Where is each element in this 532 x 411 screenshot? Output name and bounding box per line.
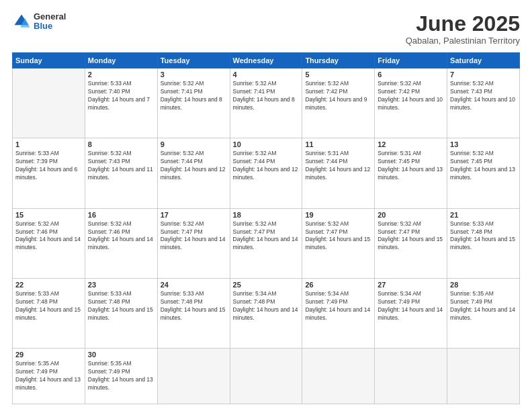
- col-thursday: Thursday: [302, 53, 375, 68]
- col-saturday: Saturday: [447, 53, 520, 68]
- table-row: 5Sunrise: 5:32 AMSunset: 7:42 PMDaylight…: [302, 68, 375, 138]
- col-friday: Friday: [375, 53, 447, 68]
- table-row: 2Sunrise: 5:33 AMSunset: 7:40 PMDaylight…: [85, 68, 157, 138]
- calendar-table: Sunday Monday Tuesday Wednesday Thursday…: [12, 52, 520, 404]
- day-number: 12: [378, 140, 444, 148]
- day-info: Sunrise: 5:33 AMSunset: 7:48 PMDaylight:…: [88, 290, 153, 321]
- table-row: [302, 349, 375, 404]
- title-month: June 2025: [406, 12, 520, 36]
- day-number: 30: [88, 351, 154, 359]
- day-number: 24: [161, 281, 227, 289]
- table-row: 25Sunrise: 5:34 AMSunset: 7:48 PMDayligh…: [230, 278, 302, 348]
- day-number: 20: [378, 211, 444, 219]
- table-row: 24Sunrise: 5:33 AMSunset: 7:48 PMDayligh…: [157, 278, 230, 348]
- table-row: 9Sunrise: 5:32 AMSunset: 7:44 PMDaylight…: [157, 138, 230, 208]
- table-row: 23Sunrise: 5:33 AMSunset: 7:48 PMDayligh…: [85, 278, 157, 348]
- day-info: Sunrise: 5:33 AMSunset: 7:48 PMDaylight:…: [15, 290, 81, 321]
- table-row: [230, 349, 302, 404]
- day-number: 17: [161, 211, 227, 219]
- day-info: Sunrise: 5:32 AMSunset: 7:43 PMDaylight:…: [450, 80, 515, 111]
- col-wednesday: Wednesday: [230, 53, 302, 68]
- table-row: 22Sunrise: 5:33 AMSunset: 7:48 PMDayligh…: [13, 278, 85, 348]
- day-info: Sunrise: 5:32 AMSunset: 7:42 PMDaylight:…: [378, 80, 443, 111]
- day-number: 16: [88, 211, 154, 219]
- logo-blue-text: Blue: [34, 21, 66, 31]
- title-location: Qabalan, Palestinian Territory: [406, 36, 520, 46]
- day-info: Sunrise: 5:32 AMSunset: 7:42 PMDaylight:…: [305, 80, 367, 111]
- day-info: Sunrise: 5:34 AMSunset: 7:49 PMDaylight:…: [305, 290, 370, 321]
- table-row: 27Sunrise: 5:34 AMSunset: 7:49 PMDayligh…: [375, 278, 447, 348]
- table-row: 13Sunrise: 5:32 AMSunset: 7:45 PMDayligh…: [447, 138, 520, 208]
- table-row: [13, 68, 85, 138]
- table-row: 15Sunrise: 5:32 AMSunset: 7:46 PMDayligh…: [13, 208, 85, 278]
- day-number: 7: [450, 71, 517, 79]
- day-number: 25: [233, 281, 300, 289]
- day-info: Sunrise: 5:33 AMSunset: 7:48 PMDaylight:…: [450, 220, 515, 251]
- table-row: 18Sunrise: 5:32 AMSunset: 7:47 PMDayligh…: [230, 208, 302, 278]
- day-number: 23: [88, 281, 154, 289]
- logo-icon: [12, 12, 31, 31]
- day-info: Sunrise: 5:33 AMSunset: 7:40 PMDaylight:…: [88, 80, 150, 111]
- table-row: 1Sunrise: 5:33 AMSunset: 7:39 PMDaylight…: [13, 138, 85, 208]
- col-sunday: Sunday: [13, 53, 85, 68]
- day-number: 5: [305, 71, 371, 79]
- table-row: 28Sunrise: 5:35 AMSunset: 7:49 PMDayligh…: [447, 278, 520, 348]
- table-row: 29Sunrise: 5:35 AMSunset: 7:49 PMDayligh…: [13, 349, 85, 404]
- day-number: 13: [450, 140, 517, 148]
- day-number: 26: [305, 281, 371, 289]
- calendar-header-row: Sunday Monday Tuesday Wednesday Thursday…: [13, 53, 520, 68]
- table-row: 4Sunrise: 5:32 AMSunset: 7:41 PMDaylight…: [230, 68, 302, 138]
- day-number: 8: [88, 140, 154, 148]
- table-row: 20Sunrise: 5:32 AMSunset: 7:47 PMDayligh…: [375, 208, 447, 278]
- title-block: June 2025 Qabalan, Palestinian Territory: [406, 12, 520, 46]
- day-number: 3: [161, 71, 227, 79]
- day-number: 21: [450, 211, 517, 219]
- header: General Blue June 2025 Qabalan, Palestin…: [12, 12, 520, 46]
- day-info: Sunrise: 5:31 AMSunset: 7:44 PMDaylight:…: [305, 150, 370, 181]
- day-number: 27: [378, 281, 444, 289]
- day-info: Sunrise: 5:35 AMSunset: 7:49 PMDaylight:…: [88, 360, 153, 391]
- col-monday: Monday: [85, 53, 157, 68]
- table-row: 26Sunrise: 5:34 AMSunset: 7:49 PMDayligh…: [302, 278, 375, 348]
- day-info: Sunrise: 5:32 AMSunset: 7:46 PMDaylight:…: [15, 220, 81, 251]
- day-number: 11: [305, 140, 371, 148]
- day-number: 22: [15, 281, 82, 289]
- day-number: 28: [450, 281, 517, 289]
- day-info: Sunrise: 5:32 AMSunset: 7:44 PMDaylight:…: [161, 150, 226, 181]
- day-info: Sunrise: 5:32 AMSunset: 7:47 PMDaylight:…: [161, 220, 226, 251]
- day-number: 4: [233, 71, 300, 79]
- day-number: 10: [233, 140, 300, 148]
- day-info: Sunrise: 5:34 AMSunset: 7:48 PMDaylight:…: [233, 290, 298, 321]
- day-number: 9: [161, 140, 227, 148]
- day-info: Sunrise: 5:32 AMSunset: 7:47 PMDaylight:…: [305, 220, 370, 251]
- day-info: Sunrise: 5:32 AMSunset: 7:41 PMDaylight:…: [161, 80, 222, 111]
- day-info: Sunrise: 5:32 AMSunset: 7:45 PMDaylight:…: [450, 150, 515, 181]
- table-row: [157, 349, 230, 404]
- table-row: 30Sunrise: 5:35 AMSunset: 7:49 PMDayligh…: [85, 349, 157, 404]
- day-info: Sunrise: 5:32 AMSunset: 7:43 PMDaylight:…: [88, 150, 153, 181]
- table-row: 12Sunrise: 5:31 AMSunset: 7:45 PMDayligh…: [375, 138, 447, 208]
- day-info: Sunrise: 5:35 AMSunset: 7:49 PMDaylight:…: [15, 360, 81, 391]
- logo-general-text: General: [34, 12, 66, 21]
- table-row: 3Sunrise: 5:32 AMSunset: 7:41 PMDaylight…: [157, 68, 230, 138]
- table-row: 16Sunrise: 5:32 AMSunset: 7:46 PMDayligh…: [85, 208, 157, 278]
- table-row: [447, 349, 520, 404]
- day-info: Sunrise: 5:32 AMSunset: 7:41 PMDaylight:…: [233, 80, 295, 111]
- day-number: 19: [305, 211, 371, 219]
- day-number: 29: [15, 351, 82, 359]
- table-row: 10Sunrise: 5:32 AMSunset: 7:44 PMDayligh…: [230, 138, 302, 208]
- table-row: 11Sunrise: 5:31 AMSunset: 7:44 PMDayligh…: [302, 138, 375, 208]
- day-info: Sunrise: 5:34 AMSunset: 7:49 PMDaylight:…: [378, 290, 443, 321]
- logo-text: General Blue: [34, 12, 66, 32]
- day-info: Sunrise: 5:32 AMSunset: 7:47 PMDaylight:…: [233, 220, 298, 251]
- col-tuesday: Tuesday: [157, 53, 230, 68]
- day-number: 1: [15, 140, 82, 148]
- day-info: Sunrise: 5:35 AMSunset: 7:49 PMDaylight:…: [450, 290, 515, 321]
- table-row: 6Sunrise: 5:32 AMSunset: 7:42 PMDaylight…: [375, 68, 447, 138]
- table-row: 8Sunrise: 5:32 AMSunset: 7:43 PMDaylight…: [85, 138, 157, 208]
- day-number: 6: [378, 71, 444, 79]
- day-number: 15: [15, 211, 82, 219]
- day-info: Sunrise: 5:32 AMSunset: 7:46 PMDaylight:…: [88, 220, 153, 251]
- day-number: 2: [88, 71, 154, 79]
- day-number: 18: [233, 211, 300, 219]
